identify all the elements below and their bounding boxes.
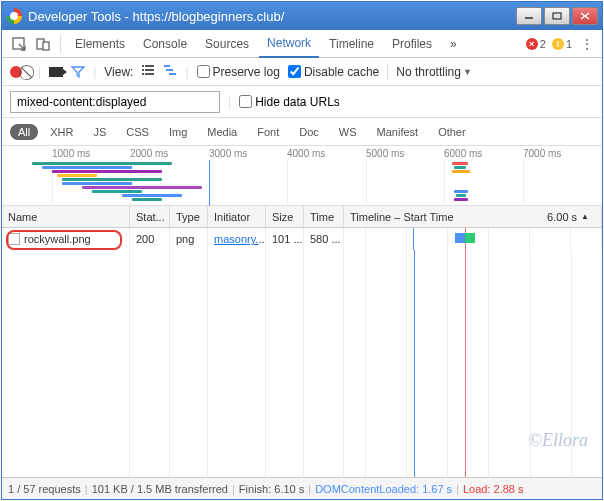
svg-rect-7 [142,65,144,67]
col-time: Time [304,206,344,227]
capture-screenshots-icon[interactable] [49,67,63,77]
chevron-down-icon: ▼ [463,67,472,77]
filter-media[interactable]: Media [199,124,245,140]
svg-rect-8 [145,65,154,67]
filter-manifest[interactable]: Manifest [369,124,427,140]
svg-rect-15 [169,73,176,75]
view-waterfall-icon[interactable] [163,64,177,79]
close-button[interactable] [572,7,598,25]
disable-cache-checkbox[interactable]: Disable cache [288,65,379,79]
devtools-window: Developer Tools - https://blogbeginners.… [1,1,603,500]
col-type: Type [170,206,208,227]
tab-sources[interactable]: Sources [197,31,257,57]
throttling-select[interactable]: No throttling▼ [387,65,472,79]
menu-icon[interactable]: ⋮ [578,36,596,52]
filter-img[interactable]: Img [161,124,195,140]
window-title: Developer Tools - https://blogbeginners.… [28,9,284,24]
svg-rect-13 [164,65,170,67]
maximize-button[interactable] [544,7,570,25]
tab-timeline[interactable]: Timeline [321,31,382,57]
filter-css[interactable]: CSS [118,124,157,140]
panel-tabs: Elements Console Sources Network Timelin… [2,30,602,58]
svg-rect-1 [553,13,561,19]
filter-ws[interactable]: WS [331,124,365,140]
status-requests: 1 / 57 requests [8,483,81,495]
request-table: rockywall.png 200 png masonry... 101 ...… [2,228,602,477]
error-count[interactable]: ×2 [526,38,546,50]
warning-count[interactable]: !1 [552,38,572,50]
svg-rect-14 [166,69,173,71]
minimize-button[interactable] [516,7,542,25]
tab-console[interactable]: Console [135,31,195,57]
svg-rect-11 [142,73,144,75]
filter-input[interactable] [10,91,220,113]
status-finish: Finish: 6.10 s [239,483,304,495]
tab-elements[interactable]: Elements [67,31,133,57]
view-label: View: [104,65,133,79]
col-timeline: Timeline – Start Time 6.00 s▲ [344,206,602,227]
filter-all[interactable]: All [10,124,38,140]
svg-rect-6 [43,42,49,50]
record-button[interactable] [10,66,22,78]
tab-network[interactable]: Network [259,30,319,58]
file-icon [8,233,20,245]
view-large-icon[interactable] [141,64,155,79]
tab-profiles[interactable]: Profiles [384,31,440,57]
preserve-log-checkbox[interactable]: Preserve log [197,65,280,79]
col-name: Name [2,206,130,227]
filter-other[interactable]: Other [430,124,474,140]
svg-rect-10 [145,69,154,71]
filter-bar: | Hide data URLs [2,86,602,118]
network-toolbar: ⃠ | | View: | Preserve log Disable cache… [2,58,602,86]
table-row[interactable]: rockywall.png 200 png masonry... 101 ...… [2,228,602,250]
col-size: Size [266,206,304,227]
status-transferred: 101 KB / 1.5 MB transferred [92,483,228,495]
table-header[interactable]: Name Stat... Type Initiator Size Time Ti… [2,206,602,228]
device-mode-icon[interactable] [32,34,54,54]
status-dcl: DOMContentLoaded: 1.67 s [315,483,452,495]
type-filters: All XHR JS CSS Img Media Font Doc WS Man… [2,118,602,146]
svg-rect-12 [145,73,154,75]
chrome-icon [6,8,22,24]
filter-font[interactable]: Font [249,124,287,140]
filter-xhr[interactable]: XHR [42,124,81,140]
sort-asc-icon: ▲ [581,212,589,221]
filter-doc[interactable]: Doc [291,124,327,140]
titlebar: Developer Tools - https://blogbeginners.… [2,2,602,30]
col-initiator: Initiator [208,206,266,227]
inspect-icon[interactable] [8,34,30,54]
filter-icon[interactable] [71,66,85,78]
status-load: Load: 2.88 s [463,483,524,495]
tabs-overflow[interactable]: » [442,31,465,57]
filter-js[interactable]: JS [85,124,114,140]
col-status: Stat... [130,206,170,227]
svg-rect-9 [142,69,144,71]
timeline-overview[interactable]: 1000 ms 2000 ms 3000 ms 4000 ms 5000 ms … [2,146,602,206]
status-bar: 1 / 57 requests| 101 KB / 1.5 MB transfe… [2,477,602,499]
hide-data-urls-checkbox[interactable]: Hide data URLs [239,95,340,109]
